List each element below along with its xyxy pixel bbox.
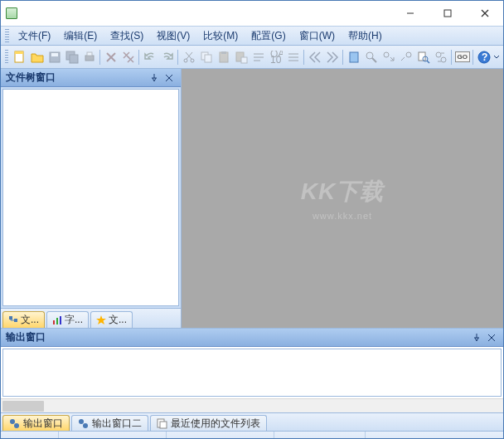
tab-recent-files[interactable]: 最近使用的文件列表 — [150, 415, 267, 431]
tab-chars[interactable]: 字... — [46, 311, 89, 328]
svg-rect-55 — [56, 318, 58, 324]
minimize-button[interactable] — [391, 1, 429, 26]
output-pin-button[interactable] — [470, 331, 483, 344]
output-hscrollbar[interactable] — [1, 398, 503, 412]
svg-line-20 — [187, 52, 192, 59]
undo-button[interactable] — [142, 48, 158, 66]
menu-compare[interactable]: 比较(M) — [196, 27, 245, 46]
menu-find[interactable]: 查找(S) — [104, 27, 150, 46]
svg-rect-1 — [444, 10, 451, 17]
svg-rect-23 — [205, 55, 211, 62]
paste-button[interactable] — [216, 48, 231, 66]
tab-file-tree[interactable]: 文... — [2, 311, 45, 328]
main-area: 文件树窗口 文... 字... 文... KK下载 www.kkx.net — [1, 69, 503, 328]
maximize-button[interactable] — [429, 1, 466, 26]
word-wrap-button[interactable] — [250, 48, 266, 66]
find-next-button[interactable] — [380, 48, 396, 66]
tab-label: 文... — [21, 313, 39, 327]
menubar-grip[interactable] — [5, 29, 9, 42]
replace-button[interactable] — [433, 48, 448, 66]
find-prev-button[interactable] — [398, 48, 414, 66]
bookmark-button[interactable] — [346, 48, 361, 66]
tab-output-2[interactable]: 输出窗口二 — [71, 415, 148, 431]
new-file-icon — [13, 51, 27, 64]
output-header: 输出窗口 — [1, 329, 503, 347]
find-button[interactable] — [363, 48, 379, 66]
svg-point-44 — [436, 52, 441, 57]
line-numbers-button[interactable] — [285, 48, 301, 66]
editor-area[interactable]: KK下载 www.kkx.net — [182, 69, 503, 328]
panel-close-button[interactable] — [162, 71, 176, 85]
svg-rect-64 — [160, 422, 167, 428]
tab-label: 输出窗口二 — [92, 417, 142, 431]
star-icon — [96, 315, 106, 325]
doc-list-icon — [157, 418, 167, 429]
cut-button[interactable] — [181, 48, 196, 66]
file-tree-body[interactable] — [2, 89, 179, 306]
pin-button[interactable] — [148, 71, 161, 85]
menu-view[interactable]: 视图(V) — [150, 27, 196, 46]
close-file-icon — [104, 51, 118, 64]
menu-config[interactable]: 配置(G) — [245, 27, 292, 46]
find-in-files-button[interactable] — [415, 48, 431, 66]
svg-rect-27 — [241, 57, 247, 63]
whitespace-icon: OA10 — [269, 51, 283, 64]
close-button[interactable] — [466, 1, 503, 26]
open-folder-button[interactable] — [29, 48, 45, 66]
svg-point-37 — [366, 52, 373, 59]
close-file-button[interactable] — [103, 48, 119, 66]
toolbar-dropdown[interactable] — [493, 48, 501, 66]
new-file-button[interactable] — [12, 48, 27, 66]
pin-icon — [472, 334, 481, 342]
output-close-button[interactable] — [485, 331, 498, 344]
goto-button[interactable]: GO — [454, 48, 470, 66]
paste-special-button[interactable] — [233, 48, 249, 66]
paste-special-icon — [235, 51, 248, 64]
bookmark-icon — [347, 51, 361, 64]
replace-icon — [434, 51, 448, 64]
toolbar-grip[interactable] — [5, 50, 8, 65]
print-button[interactable] — [81, 48, 97, 66]
menu-help[interactable]: 帮助(H) — [342, 27, 389, 46]
redo-button[interactable] — [159, 48, 175, 66]
svg-rect-51 — [14, 319, 17, 322]
svg-point-39 — [384, 52, 389, 57]
svg-rect-5 — [15, 51, 23, 54]
svg-point-40 — [406, 52, 411, 57]
nav-forward-icon — [326, 51, 339, 64]
scrollbar-thumb[interactable] — [2, 401, 44, 412]
svg-line-38 — [372, 58, 376, 62]
close-icon — [166, 75, 172, 81]
help-button[interactable]: ? — [476, 48, 492, 66]
save-all-button[interactable] — [64, 48, 80, 66]
chevron-down-icon — [494, 55, 499, 60]
file-tree-header: 文件树窗口 — [1, 69, 181, 87]
show-whitespace-button[interactable]: OA10 — [268, 48, 284, 66]
toolbar: OA10 GO ? — [1, 46, 503, 69]
tab-label: 文... — [109, 313, 127, 327]
copy-button[interactable] — [198, 48, 214, 66]
menu-edit[interactable]: 编辑(E) — [57, 27, 104, 46]
svg-rect-25 — [221, 51, 226, 54]
cut-icon — [182, 51, 196, 64]
copy-icon — [200, 51, 213, 64]
nav-forward-button[interactable] — [324, 48, 340, 66]
left-panel-tabs: 文... 字... 文... — [1, 308, 181, 328]
svg-text:?: ? — [482, 51, 487, 63]
tab-output-1[interactable]: 输出窗口 — [2, 415, 70, 431]
line-numbers-icon — [287, 51, 300, 64]
save-button[interactable] — [46, 48, 62, 66]
find-icon — [365, 51, 378, 64]
menu-file[interactable]: 文件(F) — [12, 27, 57, 46]
output-body[interactable] — [2, 349, 502, 397]
tab-favorites[interactable]: 文... — [90, 311, 133, 328]
find-prev-icon — [400, 51, 413, 64]
nav-back-button[interactable] — [307, 48, 322, 66]
svg-line-21 — [186, 52, 191, 59]
close-all-button[interactable] — [120, 48, 136, 66]
svg-rect-11 — [87, 52, 92, 56]
menu-window[interactable]: 窗口(W) — [293, 27, 342, 46]
output-panel: 输出窗口 输出窗口 输出窗口二 最近使用的文件列表 — [1, 328, 503, 431]
svg-rect-54 — [53, 320, 55, 324]
watermark: KK下载 www.kkx.net — [301, 176, 384, 221]
